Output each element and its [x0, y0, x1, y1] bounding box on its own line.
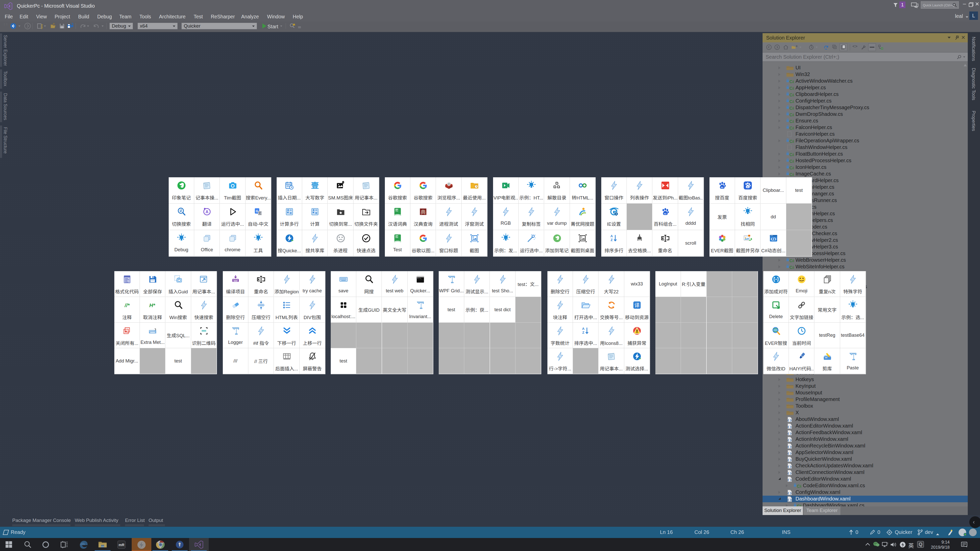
svg-text:A: A [582, 327, 585, 330]
svg-text:C#: C# [789, 93, 794, 97]
svg-text:C#: C# [789, 86, 794, 91]
svg-text:C#: C# [789, 265, 794, 270]
svg-text:词典: 词典 [395, 235, 399, 238]
svg-text:C#: C# [789, 152, 794, 157]
svg-text:C#: C# [789, 159, 794, 164]
svg-text:C#: C# [789, 126, 794, 130]
svg-text:A: A [611, 234, 613, 238]
svg-text:C#: C# [797, 504, 801, 507]
svg-text:A: A [206, 210, 209, 214]
svg-text:C#: C# [789, 113, 794, 117]
svg-text:典: 典 [421, 208, 426, 216]
svg-text:译: 译 [635, 301, 640, 309]
svg-text:词典: 词典 [395, 209, 399, 211]
svg-text:C#: C# [789, 172, 794, 177]
svg-text://*: //* [124, 302, 130, 308]
svg-text:C#: C# [789, 119, 794, 124]
svg-text:C#: C# [789, 165, 794, 170]
svg-text:du: du [664, 213, 667, 215]
svg-text:C:\_: C:\_ [417, 277, 422, 279]
svg-text:du: du [747, 186, 749, 188]
svg-text:G: G [256, 210, 258, 213]
svg-text:C#: C# [789, 99, 794, 104]
svg-text:C#: C# [789, 259, 794, 263]
svg-text:mR: mR [119, 543, 124, 547]
svg-text:C#: C# [789, 79, 794, 84]
svg-text:C#: C# [789, 106, 794, 110]
svg-text:C#: C# [797, 484, 801, 489]
svg-text:du: du [721, 186, 723, 189]
svg-text:C#: C# [789, 139, 794, 144]
svg-text:Z: Z [582, 330, 584, 334]
svg-text:Z: Z [611, 238, 612, 242]
svg-text:壹: 壹 [311, 181, 319, 190]
